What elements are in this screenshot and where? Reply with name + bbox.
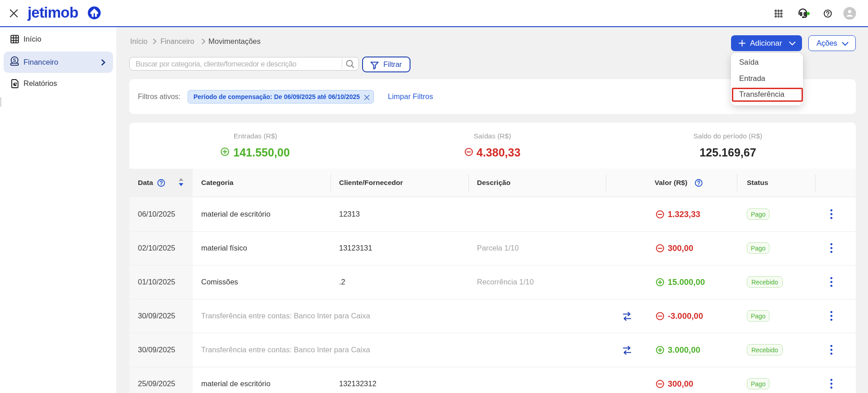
svg-text:S: S (13, 58, 16, 63)
